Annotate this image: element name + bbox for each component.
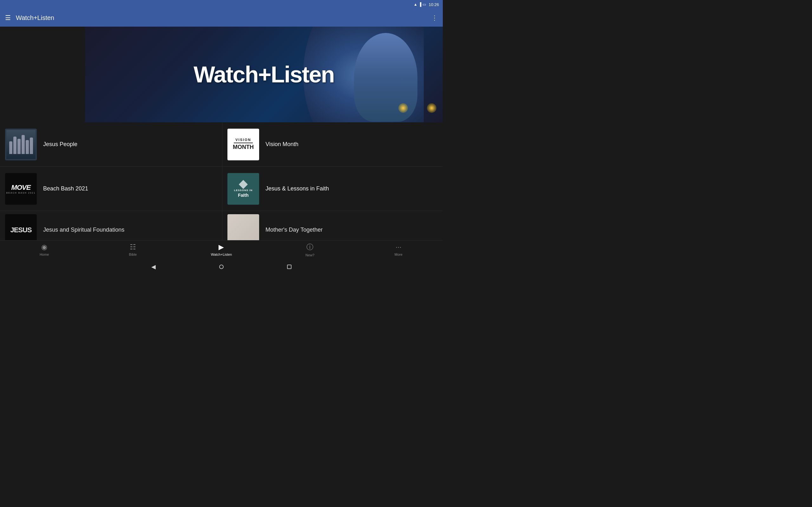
thumbnail-beach-bash: MOVE BEACH BASH 2021 xyxy=(5,173,37,205)
person-shape-6 xyxy=(30,137,33,154)
system-navigation: ◀ xyxy=(0,259,443,275)
nav-item-watch-listen[interactable]: ▶ Watch+Listen xyxy=(209,243,234,257)
bottom-navigation: ◉ Home ☷ Bible ▶ Watch+Listen ⓘ New? ···… xyxy=(0,240,443,259)
bible-label: Bible xyxy=(129,252,137,257)
jesus-text: JESUS xyxy=(10,226,32,234)
person-shape-2 xyxy=(13,136,16,154)
nav-item-home[interactable]: ◉ Home xyxy=(32,243,57,257)
thumb-lessons-inner: LESSONS IN FaIth xyxy=(232,178,254,199)
list-item-jesus-people[interactable]: Jesus People xyxy=(0,122,222,167)
people-shapes xyxy=(9,135,33,154)
content-area: Jesus People MOVE BEACH BASH 2021 Beach … xyxy=(0,122,443,240)
lessons-title: LESSONS IN xyxy=(234,189,252,192)
list-item-vision-month[interactable]: VISION MONTH Vision Month xyxy=(222,122,443,167)
app-bar: ☰ Watch+Listen ⋮ xyxy=(0,9,443,26)
new-label: New? xyxy=(305,253,314,257)
move-text: MOVE xyxy=(11,183,31,192)
list-item-lessons-faith[interactable]: LESSONS IN FaIth Jesus & Lessons in Fait… xyxy=(222,167,443,211)
hero-left-padding xyxy=(0,26,85,122)
thumb-mothers-inner xyxy=(227,214,259,240)
hero-background: Watch+Listen xyxy=(85,26,443,122)
nav-item-more[interactable]: ··· More xyxy=(386,243,411,257)
more-vert-icon[interactable]: ⋮ xyxy=(432,14,438,21)
hero-title: Watch+Listen xyxy=(194,61,334,88)
vision-divider xyxy=(234,143,253,143)
new-icon: ⓘ xyxy=(306,242,313,252)
list-item-jesus-spiritual[interactable]: JESUS Jesus and Spiritual Foundations xyxy=(0,211,222,240)
thumb-jesus-people-inner xyxy=(6,130,36,159)
person-shape-3 xyxy=(17,139,20,154)
status-time: 10:26 xyxy=(428,2,439,7)
item-title-jesus-people: Jesus People xyxy=(43,141,78,148)
hamburger-icon[interactable]: ☰ xyxy=(5,14,11,21)
right-column: VISION MONTH Vision Month LESSONS IN FaI… xyxy=(222,122,443,240)
item-title-lessons-faith: Jesus & Lessons in Faith xyxy=(265,185,329,192)
recents-button[interactable] xyxy=(287,265,292,269)
home-icon: ◉ xyxy=(41,243,47,251)
back-button[interactable]: ◀ xyxy=(151,263,156,270)
thumbnail-jesus-people xyxy=(5,129,37,160)
left-column: Jesus People MOVE BEACH BASH 2021 Beach … xyxy=(0,122,222,240)
app-bar-title: Watch+Listen xyxy=(16,14,432,21)
home-button[interactable] xyxy=(219,265,223,269)
person-shape-1 xyxy=(9,141,12,154)
move-sub: BEACH BASH 2021 xyxy=(6,192,36,194)
list-item-mothers-day[interactable]: Mother's Day Together xyxy=(222,211,443,240)
thumbnail-mothers-day xyxy=(227,214,259,240)
thumbnail-vision-month: VISION MONTH xyxy=(227,129,259,160)
hero-light-2 xyxy=(427,103,437,113)
thumbnail-jesus-spiritual: JESUS xyxy=(5,214,37,240)
hero-light-1 xyxy=(398,103,408,113)
bible-icon: ☷ xyxy=(130,243,136,251)
item-title-jesus-spiritual: Jesus and Spiritual Foundations xyxy=(43,227,124,233)
lessons-diamond xyxy=(239,180,248,189)
vision-text-1: VISION xyxy=(235,138,251,142)
status-icons: ▲ ▐ ▭ xyxy=(414,2,426,7)
more-icon: ··· xyxy=(396,243,401,251)
thumbnail-lessons-faith: LESSONS IN FaIth xyxy=(227,173,259,205)
lessons-faith-text: FaIth xyxy=(238,193,248,198)
hero-lights xyxy=(398,103,437,113)
item-title-mothers-day: Mother's Day Together xyxy=(265,227,322,233)
home-label: Home xyxy=(40,252,49,257)
status-bar: ▲ ▐ ▭ 10:26 xyxy=(0,0,443,9)
nav-item-bible[interactable]: ☷ Bible xyxy=(120,243,146,257)
hero-section[interactable]: Watch+Listen xyxy=(85,26,443,122)
wifi-icon: ▲ xyxy=(414,2,417,7)
item-title-vision-month: Vision Month xyxy=(265,141,299,148)
person-shape-4 xyxy=(21,135,25,154)
signal-icon: ▐ xyxy=(419,2,421,7)
thumb-vision-inner: VISION MONTH xyxy=(230,135,256,153)
person-shape-5 xyxy=(26,140,29,154)
watch-listen-icon: ▶ xyxy=(218,243,224,251)
item-title-beach-bash: Beach Bash 2021 xyxy=(43,185,88,192)
battery-icon: ▭ xyxy=(422,2,426,7)
nav-item-new[interactable]: ⓘ New? xyxy=(297,242,322,257)
watch-listen-label: Watch+Listen xyxy=(211,252,232,257)
list-item-beach-bash[interactable]: MOVE BEACH BASH 2021 Beach Bash 2021 xyxy=(0,167,222,211)
vision-text-2: MONTH xyxy=(233,144,254,151)
more-label: More xyxy=(395,252,403,257)
thumb-beach-inner: MOVE BEACH BASH 2021 xyxy=(6,183,36,194)
